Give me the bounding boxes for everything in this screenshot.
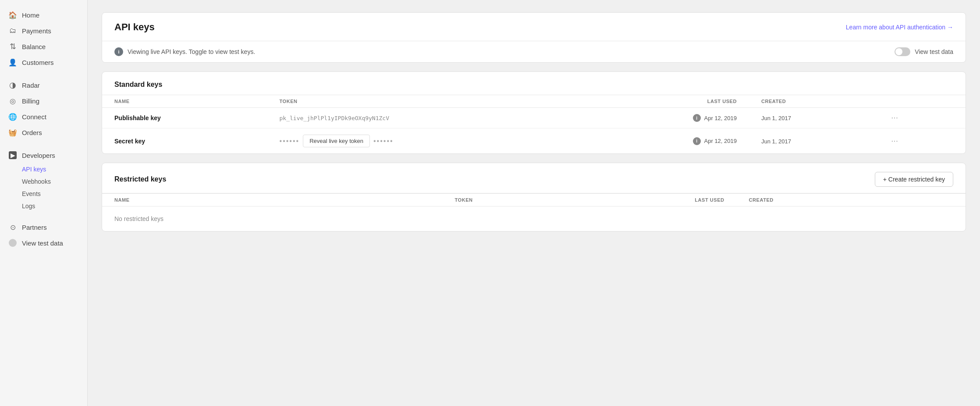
sidebar-label-radar: Radar (22, 82, 40, 89)
sidebar-item-view-test-data[interactable]: View test data (0, 235, 87, 251)
sidebar-item-radar[interactable]: ◑ Radar (0, 77, 87, 93)
restricted-keys-title: Restricted keys (114, 175, 166, 183)
sidebar-sub-item-webhooks[interactable]: Webhooks (0, 175, 87, 188)
publishable-key-info-btn[interactable]: i (693, 114, 701, 122)
sidebar-item-customers[interactable]: 👤 Customers (0, 54, 87, 70)
masked-dots-left: •••••• (280, 137, 300, 145)
restricted-section-header: Restricted keys + Create restricted key (102, 163, 966, 193)
balance-icon: ⇅ (9, 43, 17, 50)
create-restricted-key-button[interactable]: + Create restricted key (875, 172, 953, 187)
sidebar-divider-1 (0, 70, 87, 77)
sidebar-sub-label-events: Events (22, 190, 41, 197)
sidebar-divider-2 (0, 140, 87, 147)
secret-key-name: Secret key (102, 128, 267, 154)
sidebar-sub-label-logs: Logs (22, 203, 35, 210)
info-banner-left: i Viewing live API keys. Toggle to view … (114, 47, 255, 56)
table-row-publishable: Publishable key pk_live_jhPlPl1yIPDk9eOX… (102, 108, 966, 128)
publishable-key-created: Jun 1, 2017 (749, 108, 875, 128)
info-banner-message: Viewing live API keys. Toggle to view te… (128, 48, 255, 55)
col-header-name: NAME (102, 95, 267, 108)
restricted-col-name: NAME (102, 194, 287, 207)
connect-icon: 🌐 (9, 113, 17, 121)
sidebar-label-customers: Customers (22, 59, 54, 66)
payments-icon: 🗂 (9, 27, 17, 35)
partners-icon: ⊙ (9, 223, 17, 231)
secret-key-meta: i Apr 12, 2019 (589, 128, 749, 154)
restricted-col-created: CREATED (737, 194, 966, 207)
main-content: API keys Learn more about API authentica… (88, 0, 980, 406)
col-header-spacer (472, 95, 589, 108)
restricted-col-last-used: LAST USED (485, 194, 737, 207)
page-title: API keys (114, 21, 155, 33)
home-icon: 🏠 (9, 11, 17, 19)
info-icon: i (114, 47, 123, 56)
standard-keys-header-row: NAME TOKEN LAST USED CREATED (102, 95, 966, 108)
publishable-key-token: pk_live_jhPlPl1yIPDk9eOXq9yN1ZcV (267, 108, 589, 128)
secret-key-created: Jun 1, 2017 (749, 128, 875, 154)
view-test-data-toggle[interactable] (895, 47, 910, 56)
table-row-secret: Secret key •••••• Reveal live key token … (102, 128, 966, 154)
restricted-keys-table: NAME TOKEN LAST USED CREATED No restrict… (102, 193, 966, 231)
restricted-keys-card: Restricted keys + Create restricted key … (102, 163, 966, 231)
orders-icon: 🧺 (9, 128, 17, 136)
sidebar-label-view-test-data: View test data (22, 239, 63, 247)
toggle-area: View test data (895, 47, 953, 56)
col-header-last-used: LAST USED (589, 95, 749, 108)
developers-icon: ▶ (9, 151, 17, 159)
publishable-key-meta: i Apr 12, 2019 (589, 108, 749, 128)
api-keys-card: API keys Learn more about API authentica… (102, 12, 966, 63)
publishable-key-more: ··· (875, 108, 966, 128)
publishable-key-more-btn[interactable]: ··· (888, 112, 902, 123)
sidebar-sub-label-api-keys: API keys (22, 166, 46, 173)
sidebar-item-orders[interactable]: 🧺 Orders (0, 125, 87, 140)
learn-more-link[interactable]: Learn more about API authentication → (846, 24, 953, 31)
restricted-col-token: TOKEN (287, 194, 485, 207)
sidebar-label-billing: Billing (22, 97, 39, 105)
no-restricted-keys-message: No restricted keys (102, 207, 966, 231)
sidebar-sub-label-webhooks: Webhooks (22, 178, 51, 185)
sidebar-sub-item-api-keys[interactable]: API keys (0, 163, 87, 175)
secret-key-info-btn[interactable]: i (693, 137, 701, 145)
col-header-token: TOKEN (267, 95, 472, 108)
standard-keys-card: Standard keys NAME TOKEN LAST USED CREAT… (102, 71, 966, 154)
sidebar-label-payments: Payments (22, 27, 51, 35)
masked-dots-right: •••••• (373, 137, 394, 145)
secret-key-last-used: Apr 12, 2019 (704, 138, 737, 144)
col-header-actions (875, 95, 966, 108)
standard-keys-title: Standard keys (102, 72, 966, 95)
billing-icon: ◎ (9, 97, 17, 105)
sidebar-sub-item-events[interactable]: Events (0, 188, 87, 200)
reveal-key-button[interactable]: Reveal live key token (303, 135, 370, 147)
sidebar-item-balance[interactable]: ⇅ Balance (0, 39, 87, 54)
sidebar-item-home[interactable]: 🏠 Home (0, 7, 87, 23)
page-header: API keys Learn more about API authentica… (102, 13, 966, 41)
radar-icon: ◑ (9, 81, 17, 89)
toggle-label: View test data (915, 48, 953, 55)
secret-key-token: •••••• Reveal live key token •••••• (267, 128, 589, 154)
sidebar-item-connect[interactable]: 🌐 Connect (0, 109, 87, 125)
sidebar-label-developers: Developers (22, 152, 55, 159)
view-test-data-icon (9, 239, 17, 247)
sidebar-item-billing[interactable]: ◎ Billing (0, 93, 87, 109)
sidebar-label-balance: Balance (22, 43, 46, 50)
publishable-key-last-used: Apr 12, 2019 (704, 115, 737, 121)
standard-keys-table: NAME TOKEN LAST USED CREATED Publishable… (102, 95, 966, 153)
restricted-keys-header-row: NAME TOKEN LAST USED CREATED (102, 194, 966, 207)
sidebar: 🏠 Home 🗂 Payments ⇅ Balance 👤 Customers … (0, 0, 88, 406)
sidebar-item-partners[interactable]: ⊙ Partners (0, 219, 87, 235)
sidebar-sub-item-logs[interactable]: Logs (0, 200, 87, 212)
secret-key-more-btn[interactable]: ··· (888, 135, 902, 146)
customers-icon: 👤 (9, 58, 17, 66)
publishable-key-name: Publishable key (102, 108, 267, 128)
info-banner: i Viewing live API keys. Toggle to view … (102, 41, 966, 62)
token-masked-area: •••••• Reveal live key token •••••• (280, 135, 577, 147)
sidebar-label-orders: Orders (22, 129, 42, 136)
sidebar-item-developers[interactable]: ▶ Developers (0, 147, 87, 163)
sidebar-label-partners: Partners (22, 224, 47, 231)
sidebar-divider-3 (0, 212, 87, 219)
sidebar-label-connect: Connect (22, 113, 46, 121)
no-restricted-keys-row: No restricted keys (102, 207, 966, 231)
secret-key-more: ··· (875, 128, 966, 154)
sidebar-item-payments[interactable]: 🗂 Payments (0, 23, 87, 39)
sidebar-label-home: Home (22, 11, 39, 19)
